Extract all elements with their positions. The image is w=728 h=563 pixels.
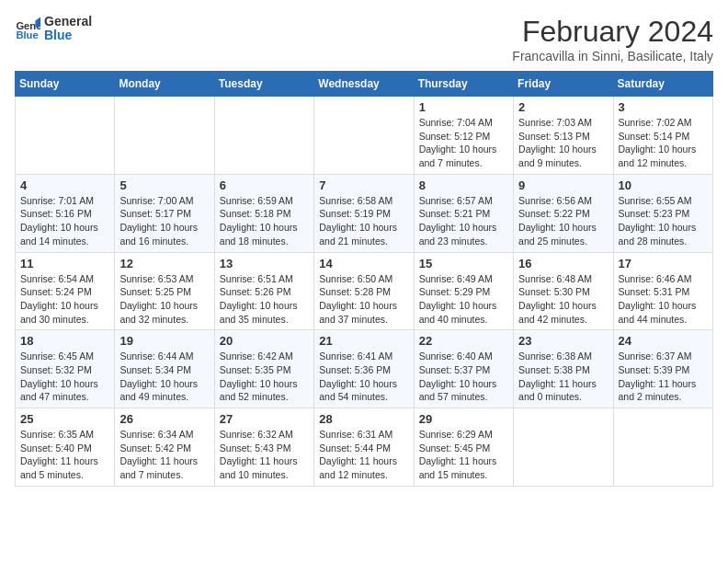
header: General Blue General Blue February 2024 … xyxy=(15,15,713,63)
day-number: 9 xyxy=(518,178,608,192)
calendar: SundayMondayTuesdayWednesdayThursdayFrid… xyxy=(15,71,713,487)
calendar-cell: 26Sunrise: 6:34 AMSunset: 5:42 PMDayligh… xyxy=(115,408,214,487)
day-info: Sunrise: 6:29 AMSunset: 5:45 PMDaylight:… xyxy=(419,428,508,482)
day-number: 11 xyxy=(20,257,109,270)
calendar-cell: 4Sunrise: 7:01 AMSunset: 5:16 PMDaylight… xyxy=(16,174,115,252)
week-row: 25Sunrise: 6:35 AMSunset: 5:40 PMDayligh… xyxy=(16,408,713,487)
day-info: Sunrise: 6:48 AMSunset: 5:30 PMDaylight:… xyxy=(518,272,608,327)
day-number: 24 xyxy=(619,334,708,348)
calendar-cell xyxy=(314,97,414,175)
col-header-friday: Friday xyxy=(514,72,613,97)
calendar-cell: 24Sunrise: 6:37 AMSunset: 5:39 PMDayligh… xyxy=(613,330,712,408)
calendar-cell: 3Sunrise: 7:02 AMSunset: 5:14 PMDaylight… xyxy=(613,97,712,175)
calendar-cell: 20Sunrise: 6:42 AMSunset: 5:35 PMDayligh… xyxy=(214,330,313,408)
day-info: Sunrise: 6:45 AMSunset: 5:32 PMDaylight:… xyxy=(20,350,109,404)
day-info: Sunrise: 6:46 AMSunset: 5:31 PMDaylight:… xyxy=(619,272,708,327)
day-info: Sunrise: 7:03 AMSunset: 5:13 PMDaylight:… xyxy=(518,116,608,170)
day-info: Sunrise: 6:31 AMSunset: 5:44 PMDaylight:… xyxy=(319,428,408,482)
day-info: Sunrise: 6:42 AMSunset: 5:35 PMDaylight:… xyxy=(220,350,309,404)
calendar-cell: 27Sunrise: 6:32 AMSunset: 5:43 PMDayligh… xyxy=(214,408,313,487)
day-number: 16 xyxy=(518,257,608,270)
calendar-cell: 29Sunrise: 6:29 AMSunset: 5:45 PMDayligh… xyxy=(414,408,513,487)
day-info: Sunrise: 7:00 AMSunset: 5:17 PMDaylight:… xyxy=(119,194,209,248)
day-info: Sunrise: 6:49 AMSunset: 5:29 PMDaylight:… xyxy=(419,272,508,327)
day-info: Sunrise: 6:41 AMSunset: 5:36 PMDaylight:… xyxy=(319,350,408,404)
day-number: 22 xyxy=(419,334,508,348)
calendar-cell: 10Sunrise: 6:55 AMSunset: 5:23 PMDayligh… xyxy=(613,174,712,252)
day-info: Sunrise: 6:34 AMSunset: 5:42 PMDaylight:… xyxy=(119,428,209,482)
day-number: 17 xyxy=(619,257,708,270)
calendar-cell: 1Sunrise: 7:04 AMSunset: 5:12 PMDaylight… xyxy=(414,97,513,175)
calendar-cell: 28Sunrise: 6:31 AMSunset: 5:44 PMDayligh… xyxy=(314,408,414,487)
day-number: 29 xyxy=(419,412,508,426)
day-number: 4 xyxy=(20,178,109,192)
calendar-cell: 25Sunrise: 6:35 AMSunset: 5:40 PMDayligh… xyxy=(16,408,115,487)
day-info: Sunrise: 6:56 AMSunset: 5:22 PMDaylight:… xyxy=(518,194,608,248)
col-header-saturday: Saturday xyxy=(613,72,712,97)
logo-text: General Blue xyxy=(44,15,92,43)
day-info: Sunrise: 6:44 AMSunset: 5:34 PMDaylight:… xyxy=(119,350,209,404)
calendar-cell: 16Sunrise: 6:48 AMSunset: 5:30 PMDayligh… xyxy=(514,252,613,330)
week-row: 4Sunrise: 7:01 AMSunset: 5:16 PMDaylight… xyxy=(16,174,713,252)
day-number: 5 xyxy=(119,178,209,192)
calendar-header-row: SundayMondayTuesdayWednesdayThursdayFrid… xyxy=(16,72,713,97)
day-info: Sunrise: 6:40 AMSunset: 5:37 PMDaylight:… xyxy=(419,350,508,404)
day-info: Sunrise: 7:04 AMSunset: 5:12 PMDaylight:… xyxy=(419,116,508,170)
day-info: Sunrise: 6:53 AMSunset: 5:25 PMDaylight:… xyxy=(119,272,209,327)
day-info: Sunrise: 6:51 AMSunset: 5:26 PMDaylight:… xyxy=(220,272,309,327)
calendar-cell: 12Sunrise: 6:53 AMSunset: 5:25 PMDayligh… xyxy=(115,252,214,330)
day-info: Sunrise: 6:54 AMSunset: 5:24 PMDaylight:… xyxy=(20,272,109,327)
day-number: 13 xyxy=(220,257,309,270)
calendar-cell: 5Sunrise: 7:00 AMSunset: 5:17 PMDaylight… xyxy=(115,174,214,252)
col-header-tuesday: Tuesday xyxy=(214,72,313,97)
col-header-thursday: Thursday xyxy=(414,72,513,97)
calendar-cell: 6Sunrise: 6:59 AMSunset: 5:18 PMDaylight… xyxy=(214,174,313,252)
title-area: February 2024 Francavilla in Sinni, Basi… xyxy=(512,15,713,63)
day-number: 23 xyxy=(518,334,608,348)
day-info: Sunrise: 6:57 AMSunset: 5:21 PMDaylight:… xyxy=(419,194,508,248)
month-title: February 2024 xyxy=(512,15,713,49)
day-number: 2 xyxy=(518,100,608,114)
day-info: Sunrise: 6:37 AMSunset: 5:39 PMDaylight:… xyxy=(619,350,708,404)
logo-icon: General Blue xyxy=(15,16,40,41)
calendar-cell xyxy=(514,408,613,487)
calendar-cell: 11Sunrise: 6:54 AMSunset: 5:24 PMDayligh… xyxy=(16,252,115,330)
calendar-cell: 17Sunrise: 6:46 AMSunset: 5:31 PMDayligh… xyxy=(613,252,712,330)
day-info: Sunrise: 6:59 AMSunset: 5:18 PMDaylight:… xyxy=(220,194,309,248)
day-number: 27 xyxy=(220,412,309,426)
calendar-cell xyxy=(16,97,115,175)
day-info: Sunrise: 7:02 AMSunset: 5:14 PMDaylight:… xyxy=(619,116,708,170)
calendar-cell: 15Sunrise: 6:49 AMSunset: 5:29 PMDayligh… xyxy=(414,252,513,330)
calendar-cell: 2Sunrise: 7:03 AMSunset: 5:13 PMDaylight… xyxy=(514,97,613,175)
calendar-cell: 22Sunrise: 6:40 AMSunset: 5:37 PMDayligh… xyxy=(414,330,513,408)
day-number: 25 xyxy=(20,412,109,426)
day-number: 14 xyxy=(319,257,408,270)
day-info: Sunrise: 6:50 AMSunset: 5:28 PMDaylight:… xyxy=(319,272,408,327)
day-number: 28 xyxy=(319,412,408,426)
day-number: 7 xyxy=(319,178,408,192)
col-header-sunday: Sunday xyxy=(16,72,115,97)
day-info: Sunrise: 6:32 AMSunset: 5:43 PMDaylight:… xyxy=(220,428,309,482)
col-header-wednesday: Wednesday xyxy=(314,72,414,97)
day-info: Sunrise: 6:55 AMSunset: 5:23 PMDaylight:… xyxy=(619,194,708,248)
day-number: 12 xyxy=(119,257,209,270)
day-number: 19 xyxy=(119,334,209,348)
day-number: 21 xyxy=(319,334,408,348)
calendar-cell: 19Sunrise: 6:44 AMSunset: 5:34 PMDayligh… xyxy=(115,330,214,408)
col-header-monday: Monday xyxy=(115,72,214,97)
location-title: Francavilla in Sinni, Basilicate, Italy xyxy=(512,49,713,63)
day-number: 15 xyxy=(419,257,508,270)
day-number: 18 xyxy=(20,334,109,348)
day-number: 20 xyxy=(220,334,309,348)
week-row: 18Sunrise: 6:45 AMSunset: 5:32 PMDayligh… xyxy=(16,330,713,408)
day-info: Sunrise: 6:58 AMSunset: 5:19 PMDaylight:… xyxy=(319,194,408,248)
week-row: 11Sunrise: 6:54 AMSunset: 5:24 PMDayligh… xyxy=(16,252,713,330)
day-number: 3 xyxy=(619,100,708,114)
day-number: 10 xyxy=(619,178,708,192)
day-number: 1 xyxy=(419,100,508,114)
svg-text:Blue: Blue xyxy=(16,30,38,41)
logo: General Blue General Blue xyxy=(15,15,92,43)
calendar-cell: 14Sunrise: 6:50 AMSunset: 5:28 PMDayligh… xyxy=(314,252,414,330)
calendar-cell: 18Sunrise: 6:45 AMSunset: 5:32 PMDayligh… xyxy=(16,330,115,408)
week-row: 1Sunrise: 7:04 AMSunset: 5:12 PMDaylight… xyxy=(16,97,713,175)
